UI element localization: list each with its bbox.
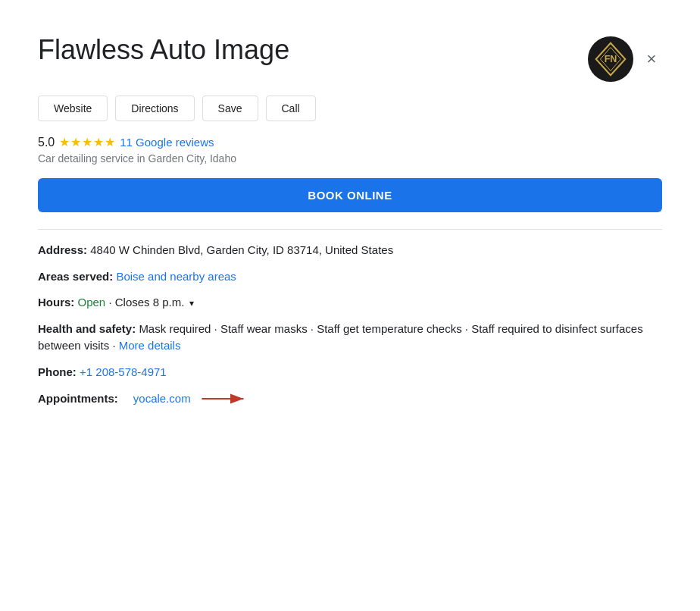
address-label: Address: xyxy=(38,243,87,256)
star-1: ★ xyxy=(59,135,70,149)
reviews-link[interactable]: 11 Google reviews xyxy=(120,136,214,149)
save-button[interactable]: Save xyxy=(202,96,258,121)
address-value: 4840 W Chinden Blvd, Garden City, ID 837… xyxy=(90,243,393,256)
logo-close-group: FN × xyxy=(588,36,662,82)
phone-label: Phone: xyxy=(38,365,77,378)
page-title: Flawless Auto Image xyxy=(38,33,576,66)
star-3: ★ xyxy=(82,135,92,149)
arrow-indicator xyxy=(198,390,252,408)
rating-score: 5.0 xyxy=(38,136,55,149)
svg-text:FN: FN xyxy=(605,54,617,64)
health-label: Health and safety: xyxy=(38,322,136,335)
hours-label: Hours: xyxy=(38,296,74,309)
star-2: ★ xyxy=(70,135,81,149)
appointments-row: Appointments: yocale.com xyxy=(38,390,662,408)
info-section: Address: 4840 W Chinden Blvd, Garden Cit… xyxy=(38,242,662,408)
areas-link[interactable]: Boise and nearby areas xyxy=(116,270,236,283)
close-button[interactable]: × xyxy=(641,49,662,70)
business-logo: FN xyxy=(588,36,633,82)
book-online-button[interactable]: BOOK ONLINE xyxy=(38,178,662,212)
health-more-link[interactable]: More details xyxy=(119,339,181,352)
rating-row: 5.0 ★ ★ ★ ★ ★ 11 Google reviews xyxy=(38,135,662,149)
business-card: Flawless Auto Image FN × Website Directi… xyxy=(17,15,683,429)
hours-detail: · Closes 8 p.m. xyxy=(108,296,184,309)
areas-row: Areas served: Boise and nearby areas xyxy=(38,268,662,286)
website-button[interactable]: Website xyxy=(38,96,108,121)
star-rating: ★ ★ ★ ★ ★ xyxy=(59,135,115,149)
business-type: Car detailing service in Garden City, Id… xyxy=(38,152,662,164)
areas-label: Areas served: xyxy=(38,270,113,283)
phone-link[interactable]: +1 208-578-4971 xyxy=(80,365,167,378)
address-row: Address: 4840 W Chinden Blvd, Garden Cit… xyxy=(38,242,662,259)
health-row: Health and safety: Mask required · Staff… xyxy=(38,321,662,355)
action-buttons-row: Website Directions Save Call xyxy=(38,96,662,121)
header-row: Flawless Auto Image FN × xyxy=(38,33,662,82)
section-divider xyxy=(38,229,662,230)
hours-status: Open xyxy=(78,296,106,309)
star-4: ★ xyxy=(93,135,104,149)
appointments-link[interactable]: yocale.com xyxy=(133,390,191,408)
chevron-down-icon[interactable]: ▾ xyxy=(189,296,194,310)
call-button[interactable]: Call xyxy=(266,96,316,121)
directions-button[interactable]: Directions xyxy=(115,96,194,121)
hours-row: Hours: Open · Closes 8 p.m. ▾ xyxy=(38,294,662,312)
appointments-label: Appointments: xyxy=(38,390,118,408)
star-5: ★ xyxy=(105,135,115,149)
phone-row: Phone: +1 208-578-4971 xyxy=(38,364,662,381)
